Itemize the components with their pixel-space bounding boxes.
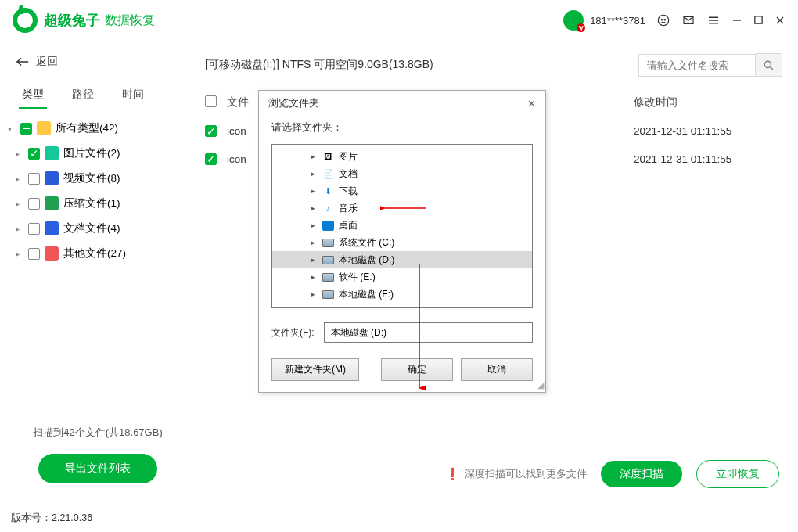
logo-area: 超级兔子 数据恢复 — [13, 8, 155, 33]
doc-icon — [45, 221, 59, 235]
tree-root[interactable]: ▾ 所有类型(42) — [5, 116, 191, 141]
image-icon — [45, 146, 59, 160]
svg-point-1 — [661, 20, 663, 21]
ft-node-pictures[interactable]: ▸🖼图片 — [272, 148, 532, 165]
service-icon[interactable] — [656, 13, 670, 27]
scan-summary: 扫描到42个文件(共18.67GB) — [16, 426, 180, 440]
main-footer: ❗ 深度扫描可以找到更多文件 深度扫描 立即恢复 — [202, 446, 785, 504]
checkbox[interactable] — [20, 123, 32, 135]
chevron-right-icon: ▸ — [16, 149, 23, 158]
ft-node-disk-c[interactable]: ▸系统文件 (C:) — [272, 234, 532, 251]
maximize-icon[interactable] — [753, 15, 764, 26]
sidebar-tabs: 类型 路径 时间 — [0, 81, 196, 108]
tab-type[interactable]: 类型 — [8, 81, 58, 108]
zip-icon — [45, 196, 59, 210]
col-time[interactable]: 修改时间 — [634, 95, 782, 110]
export-list-button[interactable]: 导出文件列表 — [38, 454, 157, 483]
new-folder-button[interactable]: 新建文件夹(M) — [271, 358, 359, 381]
tree-label: 压缩文件(1) — [63, 196, 120, 210]
tab-path[interactable]: 路径 — [58, 81, 108, 108]
ft-node-desktop[interactable]: ▸桌面 — [272, 217, 532, 234]
info-icon: ❗ — [445, 467, 460, 481]
svg-point-4 — [764, 61, 771, 67]
svg-point-2 — [664, 20, 666, 21]
dialog-titlebar[interactable]: 浏览文件夹 ✕ — [259, 91, 545, 117]
desktop-icon — [322, 221, 334, 231]
chevron-down-icon: ▾ — [8, 124, 16, 133]
ft-node-music[interactable]: ▸♪音乐 — [272, 200, 532, 217]
deep-scan-button[interactable]: 深度扫描 — [601, 461, 682, 487]
chevron-right-icon: ▸ — [16, 174, 23, 183]
user-area[interactable]: 181****3781 — [563, 10, 645, 31]
svg-rect-3 — [755, 16, 762, 23]
ft-node-downloads[interactable]: ▸⬇下载 — [272, 182, 532, 200]
ft-node-disk-e[interactable]: ▸软件 (E:) — [272, 268, 532, 286]
row-time: 2021-12-31 01:11:55 — [634, 153, 782, 165]
ft-node-documents[interactable]: ▸📄文档 — [272, 165, 532, 182]
other-icon — [45, 246, 59, 261]
ft-node-disk-d[interactable]: ▸本地磁盘 (D:) — [272, 251, 532, 268]
inbox-icon[interactable] — [681, 13, 696, 27]
rabbit-logo-icon — [13, 8, 38, 33]
resize-grip-icon[interactable]: ◢ — [537, 380, 544, 390]
arrow-left-icon — [16, 56, 30, 67]
ft-node-disk-f[interactable]: ▸本地磁盘 (F:) — [272, 286, 532, 303]
tree-item-zip[interactable]: ▸ 压缩文件(1) — [5, 191, 191, 216]
tree-item-doc[interactable]: ▸ 文档文件(4) — [5, 216, 191, 241]
ft-node-disk-g[interactable]: ▸可移动磁盘 (G:) — [272, 303, 532, 308]
browse-folder-dialog: 浏览文件夹 ✕ 请选择文件夹： ▸🖼图片 ▸📄文档 ▸⬇下载 ▸♪音乐 ▸桌面 … — [258, 90, 546, 393]
checkbox[interactable]: ✓ — [205, 125, 217, 137]
menu-icon[interactable] — [706, 13, 721, 27]
tree-root-label: 所有类型(42) — [56, 121, 118, 135]
search-button[interactable] — [756, 53, 782, 77]
disk-icon — [322, 290, 334, 299]
recover-button[interactable]: 立即恢复 — [696, 460, 779, 488]
back-button[interactable]: 返回 — [0, 47, 196, 81]
tree-item-other[interactable]: ▸ 其他文件(27) — [5, 241, 191, 266]
folder-tree[interactable]: ▸🖼图片 ▸📄文档 ▸⬇下载 ▸♪音乐 ▸桌面 ▸系统文件 (C:) ▸本地磁盘… — [271, 144, 533, 308]
tree-item-image[interactable]: ▸ ✓ 图片文件(2) — [5, 141, 191, 166]
video-icon — [45, 171, 59, 185]
sidebar-footer: 扫描到42个文件(共18.67GB) 导出文件列表 — [0, 415, 196, 498]
checkbox[interactable] — [28, 173, 40, 185]
search-input[interactable] — [638, 54, 756, 77]
music-icon: ♪ — [322, 203, 334, 214]
close-icon[interactable] — [775, 15, 785, 26]
tree-label: 视频文件(8) — [63, 171, 120, 185]
checkbox[interactable]: ✓ — [205, 153, 217, 165]
app-subtitle: 数据恢复 — [105, 13, 155, 29]
search-box — [638, 53, 782, 77]
tree-label: 图片文件(2) — [63, 146, 120, 160]
ok-button[interactable]: 确定 — [381, 358, 453, 381]
app-name: 超级兔子 — [44, 11, 100, 30]
header-right: 181****3781 — [563, 10, 785, 31]
chevron-right-icon: ▸ — [16, 200, 23, 208]
select-all-checkbox[interactable] — [205, 95, 217, 107]
folder-icon — [37, 121, 51, 135]
disk-icon — [322, 307, 334, 309]
dialog-prompt: 请选择文件夹： — [271, 121, 533, 135]
cancel-button[interactable]: 取消 — [461, 358, 533, 381]
checkbox[interactable] — [28, 248, 40, 260]
folder-field-row: 文件夹(F): — [271, 322, 533, 343]
folder-name-input[interactable] — [324, 322, 533, 343]
sidebar: 返回 类型 路径 时间 ▾ 所有类型(42) ▸ ✓ 图片文件(2) ▸ — [0, 41, 196, 504]
app-header: 超级兔子 数据恢复 181****3781 — [0, 0, 798, 41]
tree-item-video[interactable]: ▸ 视频文件(8) — [5, 166, 191, 191]
tab-time[interactable]: 时间 — [108, 81, 158, 108]
version-label: 版本号：2.21.0.36 — [0, 504, 798, 532]
checkbox[interactable] — [28, 223, 40, 235]
back-label: 返回 — [36, 55, 58, 69]
minimize-icon[interactable] — [732, 15, 742, 26]
folder-field-label: 文件夹(F): — [271, 326, 315, 340]
documents-icon: 📄 — [322, 169, 334, 179]
type-tree: ▾ 所有类型(42) ▸ ✓ 图片文件(2) ▸ 视频文件(8) ▸ — [0, 108, 196, 415]
checkbox[interactable] — [28, 198, 40, 210]
avatar-icon — [563, 10, 584, 31]
user-phone: 181****3781 — [590, 15, 645, 27]
tree-label: 其他文件(27) — [63, 246, 126, 261]
checkbox[interactable]: ✓ — [28, 148, 40, 160]
chevron-right-icon: ▸ — [16, 225, 23, 233]
svg-point-0 — [658, 15, 669, 26]
dialog-close-icon[interactable]: ✕ — [527, 98, 536, 110]
